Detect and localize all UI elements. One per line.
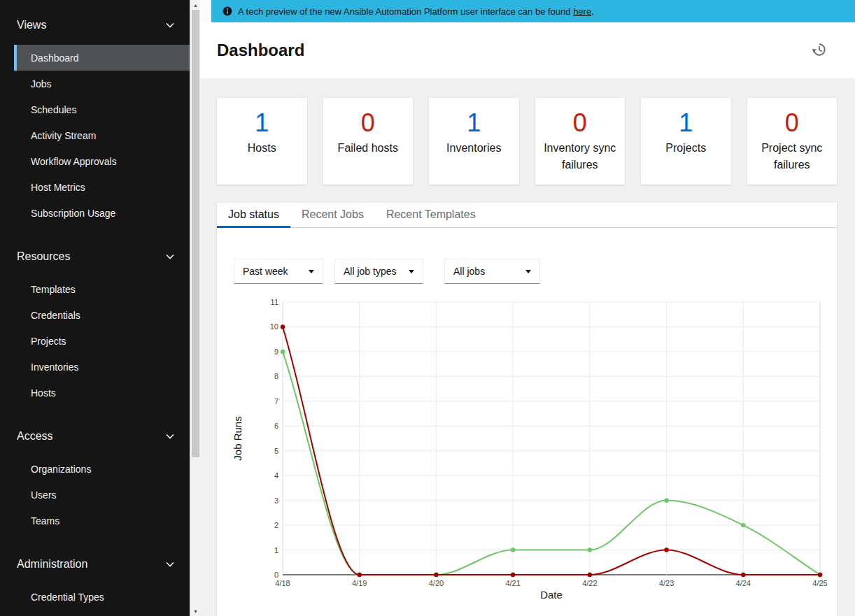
filter-select[interactable]: Past week xyxy=(234,259,323,284)
stat-cards: 1 Hosts 0 Failed hosts 1 Inventories 0 I… xyxy=(217,98,837,185)
svg-text:10: 10 xyxy=(270,322,278,331)
scrollbar-up-arrow-icon[interactable]: ▲ xyxy=(190,0,201,10)
svg-text:Job Runs: Job Runs xyxy=(232,416,243,460)
stat-card[interactable]: 1 Inventories xyxy=(429,98,519,185)
sidebar-scrollbar[interactable]: ▲ ▼ xyxy=(190,0,200,616)
sidebar-section-toggle[interactable]: Resources xyxy=(0,244,190,269)
filter-select-value: Past week xyxy=(243,266,288,277)
svg-text:4/22: 4/22 xyxy=(582,579,597,587)
sidebar-item-label: Workflow Approvals xyxy=(31,156,117,167)
svg-text:7: 7 xyxy=(274,397,278,406)
svg-text:11: 11 xyxy=(271,298,278,306)
sidebar-item[interactable]: Dashboard xyxy=(14,45,190,71)
sidebar-item-label: Activity Stream xyxy=(31,130,96,141)
tab[interactable]: Job status xyxy=(217,203,290,228)
sidebar-item-label: Projects xyxy=(31,336,66,347)
sidebar-item[interactable]: Hosts xyxy=(0,380,190,406)
stat-label: Project sync failures xyxy=(753,140,832,173)
svg-text:4/19: 4/19 xyxy=(352,579,367,587)
sidebar-section-title: Resources xyxy=(17,250,70,263)
sidebar-item[interactable]: Teams xyxy=(0,508,190,533)
stat-card[interactable]: 1 Hosts xyxy=(217,98,307,185)
tab[interactable]: Recent Jobs xyxy=(290,203,375,228)
sidebar-item-label: Templates xyxy=(31,284,76,295)
svg-text:2: 2 xyxy=(274,521,278,529)
sidebar-section-title: Views xyxy=(17,19,46,31)
sidebar-section: Resources Templates Credentials xyxy=(0,244,190,406)
svg-text:5: 5 xyxy=(274,447,278,455)
banner-link[interactable]: here xyxy=(573,6,591,17)
stat-value: 0 xyxy=(361,109,375,137)
sidebar-item[interactable]: Credentials xyxy=(0,302,190,328)
sidebar-item-label: Schedules xyxy=(31,104,76,115)
sidebar-item-label: Host Metrics xyxy=(31,182,85,193)
sidebar-item[interactable]: Subscription Usage xyxy=(0,200,190,226)
stat-value: 1 xyxy=(255,109,269,137)
sidebar-item[interactable]: Users xyxy=(0,482,190,508)
sidebar-item[interactable]: Workflow Approvals xyxy=(0,148,190,174)
sidebar-section: Administration Credential Types xyxy=(0,552,190,610)
svg-text:4/18: 4/18 xyxy=(275,579,290,587)
sidebar-item[interactable]: Host Metrics xyxy=(0,174,190,200)
sidebar-section-toggle[interactable]: Administration xyxy=(0,552,190,577)
svg-text:4: 4 xyxy=(274,471,278,480)
sidebar-items: Organizations Users Teams xyxy=(0,456,190,533)
svg-text:9: 9 xyxy=(274,348,278,356)
sidebar-item[interactable]: Jobs xyxy=(0,71,190,96)
sidebar-items: Dashboard Jobs Schedules Activity Stream xyxy=(0,45,190,226)
stat-card[interactable]: 1 Projects xyxy=(641,98,731,185)
stat-card[interactable]: 0 Project sync failures xyxy=(747,98,838,185)
svg-text:1: 1 xyxy=(274,546,278,554)
sidebar-item[interactable]: Credential Types xyxy=(0,584,190,610)
scrollbar-down-arrow-icon[interactable]: ▼ xyxy=(190,606,201,616)
sidebar-section: Views Dashboard Jobs xyxy=(0,13,190,226)
history-icon xyxy=(812,42,827,57)
sidebar-item[interactable]: Projects xyxy=(0,328,190,354)
sidebar-item-label: Hosts xyxy=(31,387,56,399)
dashboard-panel: Job status Recent Jobs Recent Templates … xyxy=(217,203,837,616)
main-content: A tech preview of the new Ansible Automa… xyxy=(200,0,855,616)
sidebar-item[interactable]: Templates xyxy=(0,276,190,302)
chevron-down-icon xyxy=(166,434,174,439)
sidebar-section: Access Organizations Users xyxy=(0,424,190,533)
tab-bar: Job status Recent Jobs Recent Templates xyxy=(217,203,837,228)
sidebar-item-label: Inventories xyxy=(31,361,78,373)
chart-filters: Past week All job types All jobs xyxy=(217,228,837,284)
svg-text:6: 6 xyxy=(274,422,278,430)
sidebar-item[interactable]: Activity Stream xyxy=(0,122,190,148)
page-header: A tech preview of the new Ansible Automa… xyxy=(200,0,855,78)
stat-label: Failed hosts xyxy=(338,140,398,157)
svg-text:3: 3 xyxy=(274,496,278,505)
tab[interactable]: Recent Templates xyxy=(375,203,487,228)
stat-value: 1 xyxy=(467,109,481,137)
svg-text:0: 0 xyxy=(274,571,278,579)
sidebar: Views Dashboard Jobs xyxy=(0,0,190,616)
sidebar-item[interactable]: Organizations xyxy=(0,456,190,482)
sidebar-nav: Views Dashboard Jobs xyxy=(0,0,190,610)
svg-text:4/25: 4/25 xyxy=(812,579,827,587)
stat-card[interactable]: 0 Failed hosts xyxy=(323,98,414,185)
stat-value: 0 xyxy=(785,109,799,137)
sidebar-items: Templates Credentials Projects Inventori… xyxy=(0,276,190,406)
sidebar-section-toggle[interactable]: Access xyxy=(0,424,190,449)
sidebar-item[interactable]: Inventories xyxy=(0,354,190,380)
stat-card[interactable]: 0 Inventory sync failures xyxy=(535,98,626,185)
scrollbar-thumb[interactable] xyxy=(192,10,199,457)
stat-label: Inventories xyxy=(446,140,501,157)
filter-select[interactable]: All job types xyxy=(334,259,423,284)
sidebar-item[interactable]: Schedules xyxy=(0,96,190,122)
stat-label: Projects xyxy=(665,140,706,157)
caret-down-icon xyxy=(525,270,531,273)
filter-select-value: All job types xyxy=(344,266,396,277)
history-button[interactable] xyxy=(811,42,828,59)
chevron-down-icon xyxy=(166,22,174,28)
banner-text: A tech preview of the new Ansible Automa… xyxy=(238,6,594,17)
filter-select[interactable]: All jobs xyxy=(444,259,540,284)
sidebar-items: Credential Types xyxy=(0,584,190,610)
chevron-down-icon xyxy=(166,254,174,259)
chevron-down-icon xyxy=(166,561,174,567)
svg-text:4/23: 4/23 xyxy=(659,579,674,587)
caret-down-icon xyxy=(309,270,314,273)
svg-text:4/20: 4/20 xyxy=(429,579,444,587)
sidebar-section-toggle[interactable]: Views xyxy=(0,13,190,38)
